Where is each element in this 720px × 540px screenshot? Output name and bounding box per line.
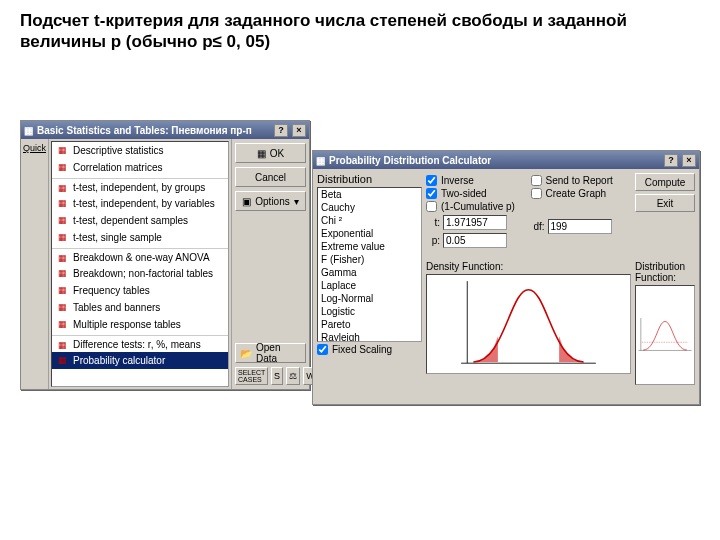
list-item[interactable]: ▦Multiple response tables <box>52 316 228 333</box>
density-curve <box>427 275 630 373</box>
dist-item[interactable]: Pareto <box>318 318 421 331</box>
open-data-button[interactable]: 📂Open Data <box>235 343 306 363</box>
inverse-check[interactable]: Inverse <box>426 175 527 186</box>
list-item[interactable]: ▦Breakdown; non-factorial tables <box>52 265 228 282</box>
dist-item[interactable]: Rayleigh <box>318 331 421 342</box>
stat-icon: ▦ <box>55 231 69 243</box>
p-field: p: <box>426 233 527 248</box>
dist-item[interactable]: Beta <box>318 188 421 201</box>
list-item[interactable]: ▦Frequency tables <box>52 282 228 299</box>
distribution-curve <box>636 286 694 384</box>
create-graph-checkbox[interactable] <box>531 188 542 199</box>
help-button[interactable]: ? <box>664 154 678 167</box>
df-label: df: <box>531 221 545 232</box>
distribution-plot-panel: Distribution Function: <box>635 261 695 391</box>
list-item-label: Probability calculator <box>73 355 165 366</box>
basic-stats-window: ▦ Basic Statistics and Tables: Пневмония… <box>20 120 310 390</box>
right-titlebar: ▦ Probability Distribution Calculator ? … <box>313 151 699 169</box>
dist-item[interactable]: Cauchy <box>318 201 421 214</box>
send-report-check[interactable]: Send to Report <box>531 175 632 186</box>
list-item[interactable]: ▦t-test, independent, by variables <box>52 195 228 212</box>
list-item[interactable]: ▦t-test, single sample <box>52 229 228 246</box>
list-item-label: t-test, independent, by variables <box>73 198 215 209</box>
cases-s-button[interactable]: S <box>271 367 283 385</box>
list-item[interactable]: ▦Descriptive statistics <box>52 142 228 159</box>
distribution-panel: Distribution BetaCauchyChi ²ExponentialE… <box>317 173 422 400</box>
compute-button[interactable]: Compute <box>635 173 695 191</box>
list-item[interactable]: ▦t-test, dependent samples <box>52 212 228 229</box>
quick-tab-column: Quick <box>21 139 49 389</box>
distribution-list[interactable]: BetaCauchyChi ²ExponentialExtreme valueF… <box>317 187 422 342</box>
list-item[interactable]: ▦Correlation matrices <box>52 159 228 176</box>
prob-calc-window: ▦ Probability Distribution Calculator ? … <box>312 150 700 405</box>
app-icon: ▦ <box>316 155 325 166</box>
create-graph-check[interactable]: Create Graph <box>531 188 632 199</box>
cumulative-check[interactable]: (1-Cumulative p) <box>426 201 527 212</box>
list-item[interactable]: ▦Difference tests: r, %, means <box>52 335 228 352</box>
stat-icon: ▦ <box>55 144 69 156</box>
dist-item[interactable]: Exponential <box>318 227 421 240</box>
weight-icon: ⚖ <box>289 371 297 381</box>
stat-icon: ▦ <box>55 161 69 173</box>
quick-tab[interactable]: Quick <box>23 143 46 153</box>
density-label: Density Function: <box>426 261 631 272</box>
list-item-label: Frequency tables <box>73 285 150 296</box>
stat-icon: ▦ <box>55 197 69 209</box>
select-cases-button[interactable]: SELECT CASES <box>235 367 268 385</box>
list-item-label: Multiple response tables <box>73 319 181 330</box>
list-item-label: Breakdown; non-factorial tables <box>73 268 213 279</box>
folder-icon: 📂 <box>240 348 252 359</box>
stat-icon: ▦ <box>55 318 69 330</box>
dist-item[interactable]: Gamma <box>318 266 421 279</box>
list-item-label: Breakdown & one-way ANOVA <box>73 252 210 263</box>
list-item[interactable]: ▦Tables and banners <box>52 299 228 316</box>
density-plot-panel: Density Function: <box>426 261 631 391</box>
cumulative-checkbox[interactable] <box>426 201 437 212</box>
list-item[interactable]: ▦Probability calculator <box>52 352 228 369</box>
dist-item[interactable]: Laplace <box>318 279 421 292</box>
send-report-checkbox[interactable] <box>531 175 542 186</box>
t-field: t: <box>426 215 527 230</box>
dist-item[interactable]: Logistic <box>318 305 421 318</box>
t-input[interactable] <box>443 215 507 230</box>
stat-icon: ▦ <box>55 182 69 194</box>
left-titlebar: ▦ Basic Statistics and Tables: Пневмония… <box>21 121 309 139</box>
options-col-1: Inverse Two-sided (1-Cumulative p) t: p: <box>426 173 527 257</box>
close-button[interactable]: × <box>682 154 696 167</box>
right-button-column: ▦OK Cancel ▣Options ▾ 📂Open Data SELECT … <box>231 139 309 389</box>
options-button[interactable]: ▣Options ▾ <box>235 191 306 211</box>
stat-icon: ▦ <box>55 354 69 366</box>
right-title-text: Probability Distribution Calculator <box>329 155 491 166</box>
weight-button[interactable]: ⚖ <box>286 367 300 385</box>
dist-item[interactable]: F (Fisher) <box>318 253 421 266</box>
inverse-checkbox[interactable] <box>426 175 437 186</box>
help-button[interactable]: ? <box>274 124 288 137</box>
page-title: Подсчет t-критерия для заданного числа с… <box>20 10 700 53</box>
dist-item[interactable]: Log-Normal <box>318 292 421 305</box>
list-item-label: t-test, independent, by groups <box>73 182 205 193</box>
list-item[interactable]: ▦Breakdown & one-way ANOVA <box>52 248 228 265</box>
t-label: t: <box>426 217 440 228</box>
df-input[interactable] <box>548 219 612 234</box>
dist-item[interactable]: Extreme value <box>318 240 421 253</box>
analysis-list[interactable]: ▦Descriptive statistics▦Correlation matr… <box>51 141 229 387</box>
fixed-scaling-checkbox[interactable] <box>317 344 328 355</box>
list-item-label: Tables and banners <box>73 302 160 313</box>
twosided-check[interactable]: Two-sided <box>426 188 527 199</box>
dist-item[interactable]: Chi ² <box>318 214 421 227</box>
summary-icon: ▦ <box>257 148 266 159</box>
stat-icon: ▦ <box>55 252 69 264</box>
twosided-checkbox[interactable] <box>426 188 437 199</box>
ok-button[interactable]: ▦OK <box>235 143 306 163</box>
df-field: df: <box>531 219 632 234</box>
close-button[interactable]: × <box>292 124 306 137</box>
stat-icon: ▦ <box>55 214 69 226</box>
cancel-button[interactable]: Cancel <box>235 167 306 187</box>
list-item-label: Difference tests: r, %, means <box>73 339 201 350</box>
fixed-scaling-check[interactable]: Fixed Scaling <box>317 344 422 355</box>
exit-button[interactable]: Exit <box>635 194 695 212</box>
list-item[interactable]: ▦t-test, independent, by groups <box>52 178 228 195</box>
list-item-label: Correlation matrices <box>73 162 162 173</box>
p-input[interactable] <box>443 233 507 248</box>
p-label: p: <box>426 235 440 246</box>
